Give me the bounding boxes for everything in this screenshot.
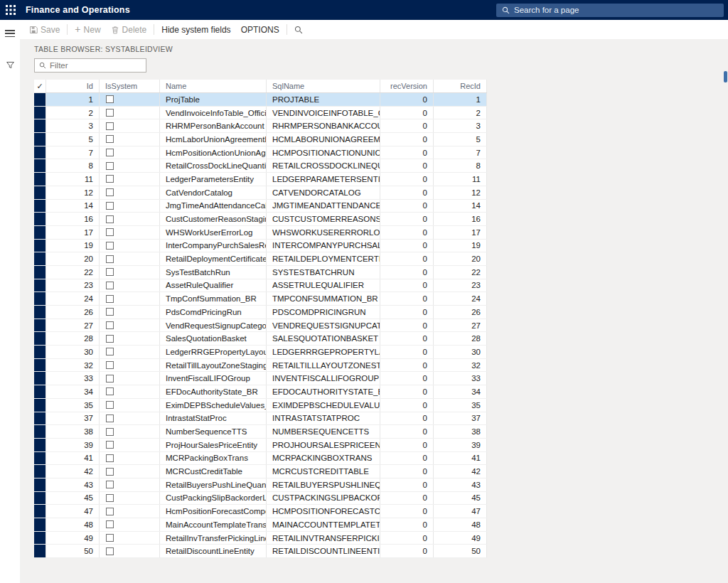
sqlname-cell[interactable]: LEDGERPARAMETERSENTITY — [267, 173, 380, 186]
issystem-cell[interactable] — [100, 252, 160, 265]
name-cell[interactable]: SysTestBatchRun — [160, 266, 267, 279]
table-row[interactable]: 5HcmLaborUnionAgreementE...HCMLABORUNION… — [34, 133, 487, 146]
grid-filter-input[interactable]: Filter — [34, 58, 146, 73]
table-row[interactable]: 33InventFiscalLIFOGroupINVENTFISCALLIFOG… — [34, 372, 487, 385]
row-selector-cell[interactable] — [34, 399, 46, 412]
table-row[interactable]: 47HcmPositionForecastCompen...HCMPOSITIO… — [34, 505, 487, 518]
table-row[interactable]: 49RetailInvTransferPickingLineRETAILINVT… — [34, 532, 487, 545]
issystem-cell[interactable] — [100, 213, 160, 225]
issystem-cell[interactable] — [100, 359, 160, 372]
row-selector-cell[interactable] — [34, 505, 46, 518]
issystem-checkbox-unchecked[interactable] — [106, 520, 114, 528]
issystem-checkbox-unchecked[interactable] — [106, 441, 114, 449]
select-all-column-header[interactable]: ✓ — [34, 80, 46, 92]
name-cell[interactable]: RetailDiscountLineEntity — [160, 545, 267, 557]
table-row[interactable]: 23AssetRuleQualifierASSETRULEQUALIFIER02… — [34, 279, 487, 293]
issystem-cell[interactable] — [100, 159, 160, 172]
issystem-cell[interactable] — [100, 346, 160, 358]
page-search-box[interactable]: Search for a page — [496, 4, 724, 17]
name-cell[interactable]: PdsComdPricingRun — [160, 306, 267, 319]
row-selector-cell[interactable] — [34, 478, 46, 491]
table-row[interactable]: 32RetailTillLayoutZoneStagingRETAILTILLL… — [34, 359, 487, 373]
table-row[interactable]: 16CustCustomerReasonStagingCUSTCUSTOMERR… — [34, 213, 487, 226]
issystem-checkbox-unchecked[interactable] — [106, 361, 114, 369]
table-row[interactable]: 48MainAccountTemplateTransla...MAINACCOU… — [34, 518, 487, 532]
name-cell[interactable]: ProjHourSalesPriceEntity — [160, 439, 267, 451]
sqlname-cell[interactable]: VENDINVOICEINFOTABLE_OF... — [267, 107, 380, 119]
issystem-cell[interactable] — [100, 372, 160, 385]
sqlname-cell[interactable]: INVENTFISCALLIFOGROUP — [267, 372, 380, 385]
issystem-cell[interactable] — [100, 545, 160, 557]
sqlname-cell[interactable]: JMGTIMEANDATTENDANCEC... — [267, 200, 380, 213]
issystem-checkbox-unchecked[interactable] — [106, 188, 114, 196]
row-selector-cell[interactable] — [34, 200, 46, 213]
issystem-checkbox-unchecked[interactable] — [106, 149, 114, 156]
sqlname-cell[interactable]: MCRCUSTCREDITTABLE — [267, 465, 380, 478]
name-cell[interactable]: InventFiscalLIFOGroup — [160, 372, 267, 385]
table-row[interactable]: 34EFDocAuthorityState_BREFDOCAUTHORITYST… — [34, 385, 487, 399]
issystem-checkbox-unchecked[interactable] — [106, 428, 114, 436]
sqlname-cell[interactable]: WHSWORKUSERERRORLOG — [267, 226, 380, 239]
name-cell[interactable]: LedgerParametersEntity — [160, 173, 267, 186]
issystem-checkbox-unchecked[interactable] — [106, 135, 114, 143]
table-row[interactable]: 14JmgTimeAndAttendanceCalc...JMGTIMEANDA… — [34, 200, 487, 213]
issystem-checkbox-unchecked[interactable] — [106, 255, 114, 263]
issystem-checkbox-unchecked[interactable] — [106, 387, 114, 395]
row-selector-cell[interactable] — [34, 119, 46, 132]
row-selector-cell[interactable] — [34, 439, 46, 451]
sqlname-cell[interactable]: RETAILDISCOUNTLINEENTITY — [267, 545, 380, 557]
table-row[interactable]: 7HcmPositionActionUnionAgr...HCMPOSITION… — [34, 146, 487, 160]
issystem-cell[interactable] — [100, 532, 160, 545]
issystem-checkbox-unchecked[interactable] — [106, 175, 114, 183]
sqlname-cell[interactable]: NUMBERSEQUENCETTS — [267, 425, 380, 438]
issystem-checkbox-unchecked[interactable] — [106, 228, 114, 236]
issystem-cell[interactable] — [100, 425, 160, 438]
row-selector-cell[interactable] — [34, 226, 46, 239]
name-cell[interactable]: EFDocAuthorityState_BR — [160, 385, 267, 398]
row-selector-cell[interactable] — [34, 133, 46, 146]
row-selector-cell[interactable] — [34, 159, 46, 172]
name-cell[interactable]: VendInvoiceInfoTable_Officials — [160, 107, 267, 119]
grid-scrollbar-thumb[interactable] — [724, 71, 727, 82]
sqlname-cell[interactable]: HCMLABORUNIONAGREEME... — [267, 133, 380, 146]
row-selector-cell[interactable] — [34, 306, 46, 319]
sqlname-cell[interactable]: PROJTABLE — [267, 93, 380, 106]
sqlname-cell[interactable]: SYSTESTBATCHRUN — [267, 266, 380, 279]
name-cell[interactable]: InterCompanyPurchSalesRefe... — [160, 240, 267, 252]
sqlname-cell[interactable]: LEDGERRRGEPROPERTYLAYO... — [267, 346, 380, 358]
row-selector-cell[interactable] — [34, 213, 46, 225]
table-row[interactable]: 37IntrastatStatProcINTRASTATSTATPROC037 — [34, 412, 487, 426]
row-selector-cell[interactable] — [34, 107, 46, 119]
sqlname-cell[interactable]: CUSTPACKINGSLIPBACKORD... — [267, 492, 380, 505]
issystem-checkbox-unchecked[interactable] — [106, 348, 114, 355]
name-cell[interactable]: SalesQuotationBasket — [160, 332, 267, 345]
name-cell[interactable]: CustPackingSlipBackorderLine — [160, 492, 267, 505]
issystem-checkbox-unchecked[interactable] — [106, 335, 114, 343]
sqlname-cell[interactable]: CUSTCUSTOMERREASONSTA... — [267, 213, 380, 225]
table-row[interactable]: 1ProjTablePROJTABLE01 — [34, 93, 487, 107]
issystem-cell[interactable] — [100, 107, 160, 119]
filter-pane-icon[interactable] — [0, 55, 20, 74]
name-cell[interactable]: MainAccountTemplateTransla... — [160, 518, 267, 531]
issystem-cell[interactable] — [100, 319, 160, 332]
row-selector-cell[interactable] — [34, 266, 46, 279]
row-selector-cell[interactable] — [34, 359, 46, 372]
table-row[interactable]: 45CustPackingSlipBackorderLineCUSTPACKIN… — [34, 492, 487, 506]
issystem-checkbox-unchecked[interactable] — [106, 454, 114, 462]
table-row[interactable]: 39ProjHourSalesPriceEntityPROJHOURSALESP… — [34, 439, 487, 452]
table-row[interactable]: 24TmpConfSummation_BRTMPCONFSUMMATION_BR… — [34, 292, 487, 306]
issystem-cell[interactable] — [100, 173, 160, 186]
table-row[interactable]: 41MCRPackingBoxTransMCRPACKINGBOXTRANS04… — [34, 452, 487, 466]
issystem-checkbox-unchecked[interactable] — [106, 494, 114, 502]
column-header-recversion[interactable]: recVersion — [380, 80, 434, 92]
hide-system-fields-button[interactable]: Hide system fields — [156, 20, 235, 39]
table-row[interactable]: 26PdsComdPricingRunPDSCOMDPRICINGRUN026 — [34, 306, 487, 319]
row-selector-cell[interactable] — [34, 412, 46, 425]
save-button[interactable]: Save — [24, 20, 65, 39]
row-selector-cell[interactable] — [34, 146, 46, 159]
issystem-cell[interactable] — [100, 133, 160, 146]
table-row[interactable]: 3RHRMPersonBankAccountRHRMPERSONBANKACCO… — [34, 119, 487, 133]
name-cell[interactable]: RetailDeploymentCertificates — [160, 252, 267, 265]
toolbar-search-button[interactable] — [289, 20, 308, 39]
issystem-cell[interactable] — [100, 332, 160, 345]
